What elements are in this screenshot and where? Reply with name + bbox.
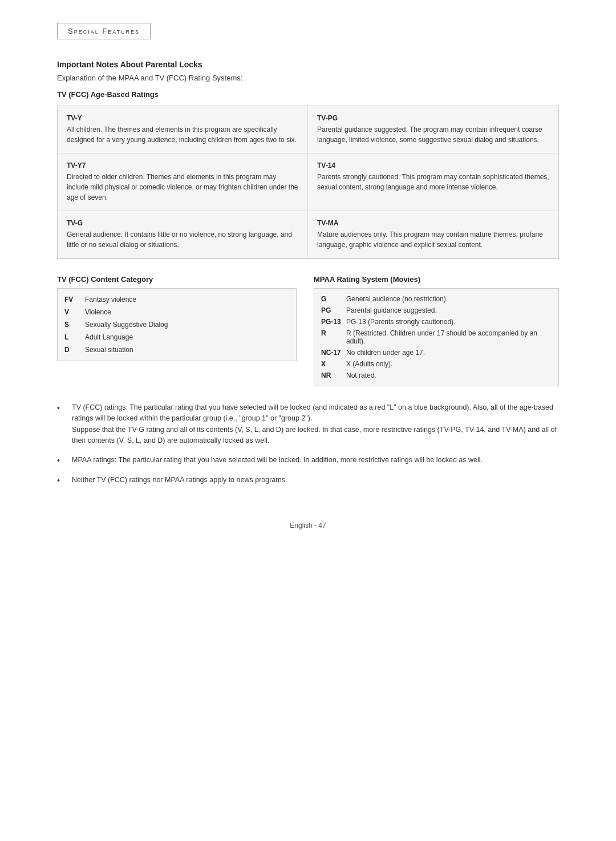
- mpaa-table-row: XX (Adults only).: [321, 358, 552, 370]
- rating-cell: TV-14Parents strongly cautioned. This pr…: [308, 153, 558, 211]
- bullet-item: •TV (FCC) ratings: The particular rating…: [57, 402, 559, 447]
- rating-code: TV-Y7: [67, 161, 298, 169]
- rating-desc: Parental guidance suggested. The program…: [317, 124, 549, 145]
- mpaa-table-row: RR (Restricted. Children under 17 should…: [321, 327, 552, 347]
- content-code: FV: [64, 296, 85, 304]
- tv-age-ratings-title: TV (FCC) Age-Based Ratings: [57, 90, 559, 99]
- mpaa-label: No children under age 17.: [346, 349, 552, 357]
- rating-desc: Directed to older children. Themes and e…: [67, 172, 298, 203]
- rating-desc: All children. The themes and elements in…: [67, 124, 298, 145]
- rating-code: TV-14: [317, 161, 549, 169]
- rating-cell: TV-PGParental guidance suggested. The pr…: [308, 106, 558, 153]
- bullet-item: •Neither TV (FCC) ratings nor MPAA ratin…: [57, 475, 559, 487]
- rating-code: TV-Y: [67, 114, 298, 122]
- age-ratings-grid: TV-YAll children. The themes and element…: [57, 106, 559, 259]
- mpaa-code: X: [321, 360, 346, 368]
- mpaa-code: R: [321, 329, 346, 337]
- rating-desc: General audience. It contains little or …: [67, 229, 298, 250]
- mpaa-ratings-section: MPAA Rating System (Movies) GGeneral aud…: [308, 275, 559, 386]
- mpaa-label: R (Restricted. Children under 17 should …: [346, 329, 552, 345]
- content-label: Sexual situation: [85, 346, 289, 354]
- content-code: L: [64, 333, 85, 341]
- rating-code: TV-G: [67, 219, 298, 227]
- rating-code: TV-PG: [317, 114, 549, 122]
- mpaa-table-row: PG-13PG-13 (Parents strongly cautioned).: [321, 316, 552, 327]
- mpaa-table-row: GGeneral audience (no restriction).: [321, 293, 552, 305]
- mpaa-table-row: NC-17No children under age 17.: [321, 347, 552, 358]
- rating-desc: Mature audiences only. This program may …: [317, 229, 549, 250]
- mpaa-label: X (Adults only).: [346, 360, 552, 368]
- rating-cell: TV-MAMature audiences only. This program…: [308, 211, 558, 258]
- content-table-row: DSexual situation: [64, 343, 289, 356]
- content-table-row: LAdult Language: [64, 331, 289, 343]
- page-header: Special Features: [57, 23, 151, 39]
- content-table-row: FVFantasy violence: [64, 293, 289, 306]
- mpaa-label: Not rated.: [346, 371, 552, 379]
- bullet-dot: •: [57, 475, 68, 487]
- mpaa-ratings-title: MPAA Rating System (Movies): [314, 275, 559, 284]
- content-table-row: VViolence: [64, 306, 289, 318]
- bullet-dot: •: [57, 455, 68, 467]
- content-label: Fantasy violence: [85, 296, 289, 304]
- bullet-dot: •: [57, 402, 68, 447]
- tv-content-category-title: TV (FCC) Content Category: [57, 275, 297, 284]
- bullet-text: MPAA ratings: The particular rating that…: [72, 455, 559, 467]
- bullet-item: •MPAA ratings: The particular rating tha…: [57, 455, 559, 467]
- rating-cell: TV-GGeneral audience. It contains little…: [58, 211, 308, 258]
- bullet-text: TV (FCC) ratings: The particular rating …: [72, 402, 559, 447]
- mpaa-code: NR: [321, 371, 346, 379]
- rating-cell: TV-Y7Directed to older children. Themes …: [58, 153, 308, 211]
- page-footer: English - 47: [57, 521, 559, 529]
- mpaa-table-row: PGParental guidance suggested.: [321, 305, 552, 316]
- bullet-text: Neither TV (FCC) ratings nor MPAA rating…: [72, 475, 559, 487]
- content-tables-row: TV (FCC) Content Category FVFantasy viol…: [57, 275, 559, 386]
- content-label: Violence: [85, 308, 289, 316]
- mpaa-label: PG-13 (Parents strongly cautioned).: [346, 318, 552, 326]
- header-title: Special Features: [68, 27, 140, 35]
- mpaa-table: GGeneral audience (no restriction).PGPar…: [314, 288, 559, 386]
- mpaa-label: Parental guidance suggested.: [346, 306, 552, 314]
- mpaa-code: NC-17: [321, 349, 346, 357]
- tv-content-table: FVFantasy violenceVViolenceSSexually Sug…: [57, 288, 297, 361]
- mpaa-code: PG-13: [321, 318, 346, 326]
- mpaa-code: PG: [321, 306, 346, 314]
- footer-text: English - 47: [290, 521, 326, 529]
- content-label: Sexually Suggestive Dialog: [85, 321, 289, 329]
- main-section: Important Notes About Parental Locks Exp…: [57, 60, 559, 487]
- rating-code: TV-MA: [317, 219, 549, 227]
- content-code: D: [64, 346, 85, 354]
- mpaa-label: General audience (no restriction).: [346, 295, 552, 303]
- tv-content-category-section: TV (FCC) Content Category FVFantasy viol…: [57, 275, 308, 386]
- content-label: Adult Language: [85, 333, 289, 341]
- mpaa-code: G: [321, 295, 346, 303]
- rating-desc: Parents strongly cautioned. This program…: [317, 172, 549, 192]
- content-code: S: [64, 321, 85, 329]
- mpaa-table-row: NRNot rated.: [321, 370, 552, 381]
- section-title: Important Notes About Parental Locks: [57, 60, 559, 69]
- notes-section: •TV (FCC) ratings: The particular rating…: [57, 402, 559, 487]
- content-table-row: SSexually Suggestive Dialog: [64, 318, 289, 331]
- rating-cell: TV-YAll children. The themes and element…: [58, 106, 308, 153]
- intro-text: Explanation of the MPAA and TV (FCC) Rat…: [57, 74, 559, 82]
- content-code: V: [64, 308, 85, 316]
